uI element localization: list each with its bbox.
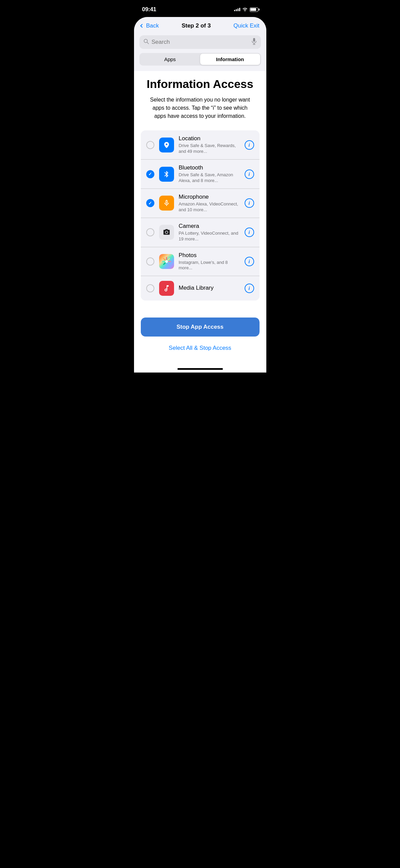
list-item[interactable]: Photos Instagram, Lowe's, and 8 more... …	[141, 247, 260, 276]
photos-radio[interactable]	[146, 257, 154, 266]
media-library-info-button[interactable]: i	[245, 284, 254, 293]
camera-subtitle: PA Lottery, VideoConnect, and 19 more...	[179, 231, 240, 242]
location-title: Location	[179, 135, 240, 142]
signal-bars-icon	[234, 8, 240, 11]
bluetooth-text: Bluetooth Drive Safe & Save, Amazon Alex…	[179, 164, 240, 184]
check-icon: ✓	[148, 201, 152, 206]
microphone-subtitle: Amazon Alexa, VideoConnect, and 10 more.…	[179, 201, 240, 213]
location-subtitle: Drive Safe & Save, Rewards, and 49 more.…	[179, 143, 240, 155]
location-text: Location Drive Safe & Save, Rewards, and…	[179, 135, 240, 155]
list-item[interactable]: Camera PA Lottery, VideoConnect, and 19 …	[141, 218, 260, 247]
back-button[interactable]: Back	[141, 22, 159, 29]
page-title: Information Access	[141, 71, 260, 96]
content-area: Information Access Select the informatio…	[134, 71, 266, 314]
camera-info-button[interactable]: i	[245, 228, 254, 237]
photos-text: Photos Instagram, Lowe's, and 8 more...	[179, 252, 240, 271]
photos-title: Photos	[179, 252, 240, 259]
wifi-icon	[242, 7, 248, 12]
nav-bar: Back Step 2 of 3 Quick Exit	[134, 17, 266, 33]
photos-icon	[159, 254, 174, 269]
microphone-icon	[159, 196, 174, 211]
main-container: Back Step 2 of 3 Quick Exit Apps	[134, 17, 266, 373]
bluetooth-title: Bluetooth	[179, 164, 240, 171]
camera-title: Camera	[179, 223, 240, 230]
location-radio[interactable]	[146, 141, 154, 149]
camera-icon	[159, 225, 174, 240]
location-icon	[159, 138, 174, 152]
permission-list: Location Drive Safe & Save, Rewards, and…	[141, 130, 260, 301]
media-library-icon	[159, 281, 174, 296]
tab-apps[interactable]: Apps	[140, 54, 200, 65]
svg-line-12	[168, 258, 169, 260]
media-library-text: Media Library	[179, 285, 240, 292]
bluetooth-info-button[interactable]: i	[245, 169, 254, 179]
status-icons	[234, 7, 258, 12]
home-bar	[177, 368, 223, 370]
quick-exit-button[interactable]: Quick Exit	[233, 22, 260, 29]
location-info-button[interactable]: i	[245, 140, 254, 150]
chevron-left-icon	[140, 24, 144, 28]
search-input[interactable]	[152, 39, 249, 46]
segment-control: Apps Information	[139, 53, 261, 66]
microphone-search-icon[interactable]	[251, 38, 257, 46]
bluetooth-radio[interactable]: ✓	[146, 170, 154, 178]
nav-title: Step 2 of 3	[182, 22, 211, 29]
camera-radio[interactable]	[146, 228, 154, 236]
status-time: 09:41	[142, 6, 156, 13]
svg-line-1	[147, 42, 149, 44]
status-bar: 09:41	[134, 0, 266, 17]
list-item[interactable]: Media Library i	[141, 276, 260, 301]
battery-icon	[250, 7, 258, 12]
list-item[interactable]: ✓ Microphone Amazon Alexa, VideoConnect,…	[141, 189, 260, 218]
bottom-buttons: Stop App Access Select All & Stop Access	[134, 314, 266, 361]
list-item[interactable]: ✓ Bluetooth Drive Safe & Save, Amazon Al…	[141, 160, 260, 189]
page-subtitle: Select the information you no longer wan…	[141, 96, 260, 130]
back-label: Back	[146, 22, 159, 29]
home-indicator	[134, 361, 266, 373]
svg-line-11	[168, 263, 169, 264]
stop-access-button[interactable]: Stop App Access	[141, 318, 260, 337]
bluetooth-icon	[159, 167, 174, 182]
list-item[interactable]: Location Drive Safe & Save, Rewards, and…	[141, 130, 260, 160]
svg-line-13	[164, 263, 165, 264]
search-icon	[144, 39, 149, 46]
photos-info-button[interactable]: i	[245, 257, 254, 266]
photos-subtitle: Instagram, Lowe's, and 8 more...	[179, 260, 240, 271]
search-bar	[139, 35, 261, 49]
microphone-text: Microphone Amazon Alexa, VideoConnect, a…	[179, 194, 240, 213]
microphone-info-button[interactable]: i	[245, 198, 254, 208]
media-library-title: Media Library	[179, 285, 240, 291]
camera-text: Camera PA Lottery, VideoConnect, and 19 …	[179, 223, 240, 242]
tab-information[interactable]: Information	[200, 54, 260, 65]
check-icon: ✓	[148, 171, 152, 177]
svg-line-10	[164, 258, 165, 260]
svg-rect-2	[253, 38, 255, 42]
svg-point-5	[165, 260, 168, 263]
select-all-button[interactable]: Select All & Stop Access	[141, 342, 260, 354]
bluetooth-subtitle: Drive Safe & Save, Amazon Alexa, and 8 m…	[179, 172, 240, 184]
microphone-radio[interactable]: ✓	[146, 199, 154, 207]
microphone-title: Microphone	[179, 194, 240, 200]
media-library-radio[interactable]	[146, 284, 154, 292]
